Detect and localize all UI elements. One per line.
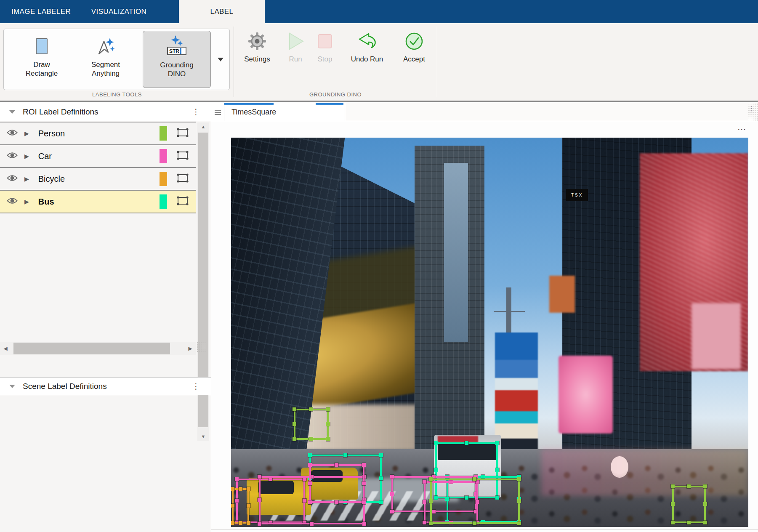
tab-image-labeler[interactable]: IMAGE LABELER — [0, 0, 82, 23]
scrollbar-thumb[interactable] — [13, 343, 170, 354]
color-swatch[interactable] — [160, 126, 167, 141]
roi-label-definitions-header[interactable]: ROI Label Definitions ⋮ — [0, 103, 211, 121]
resize-handle-ne[interactable] — [247, 487, 250, 491]
document-tab-timessquare[interactable]: TimesSquare — [224, 103, 345, 121]
undo-run-button[interactable]: Undo Run — [343, 31, 391, 64]
color-swatch[interactable] — [160, 172, 167, 186]
resize-handle-e[interactable] — [362, 481, 366, 485]
resize-handle-s[interactable] — [335, 500, 338, 504]
scroll-down-icon[interactable]: ▼ — [197, 432, 209, 441]
resize-handle-se[interactable] — [247, 521, 250, 525]
annotation-box-car[interactable] — [309, 464, 365, 503]
resize-handle-ne[interactable] — [326, 407, 330, 411]
annotation-box-person[interactable] — [430, 479, 520, 524]
resize-handle-w[interactable] — [423, 500, 426, 504]
resize-handle-e[interactable] — [247, 504, 250, 508]
resize-handle-n[interactable] — [239, 487, 242, 491]
roi-header-menu-icon[interactable]: ⋮ — [192, 110, 199, 114]
collapse-arrow-icon[interactable] — [9, 385, 15, 388]
resize-handle-n[interactable] — [687, 484, 691, 488]
resize-handle-s[interactable] — [309, 437, 313, 441]
resize-handle-nw[interactable] — [671, 484, 675, 488]
resize-handle-n[interactable] — [465, 441, 468, 445]
resize-handle-s[interactable] — [687, 521, 691, 524]
visibility-eye-icon[interactable] — [7, 152, 18, 161]
resize-handle-s[interactable] — [239, 521, 242, 525]
resize-handle-sw[interactable] — [390, 510, 394, 513]
resize-handle-w[interactable] — [293, 422, 296, 426]
visibility-eye-icon[interactable] — [7, 129, 18, 138]
annotation-box-person[interactable] — [672, 486, 706, 523]
times-square-photo[interactable]: TSX — [231, 138, 748, 527]
visibility-eye-icon[interactable] — [7, 174, 18, 184]
grounding-dino-button[interactable]: STR Grounding DINO — [143, 31, 211, 88]
resize-handle-ne[interactable] — [379, 453, 383, 457]
stop-button[interactable]: Stop — [306, 31, 344, 64]
resize-handle-nw[interactable] — [308, 453, 312, 457]
resize-handle-se[interactable] — [362, 522, 366, 526]
resize-handle-w[interactable] — [308, 481, 312, 485]
color-swatch[interactable] — [160, 194, 167, 209]
visibility-eye-icon[interactable] — [7, 197, 18, 206]
scroll-left-icon[interactable]: ◀ — [0, 342, 11, 355]
resize-handle-se[interactable] — [379, 500, 383, 504]
resize-handle-sw[interactable] — [293, 437, 296, 441]
resize-handle-ne[interactable] — [362, 463, 366, 467]
resize-handle-n[interactable] — [309, 407, 313, 411]
roi-row-bicycle[interactable]: ▶ Bicycle — [0, 168, 196, 191]
annotation-box-bicycle[interactable] — [232, 488, 249, 523]
document-options-icon[interactable]: ⋯ — [737, 124, 747, 134]
document-list-button[interactable] — [211, 103, 224, 121]
resize-handle-sw[interactable] — [308, 500, 312, 504]
resize-handle-se[interactable] — [326, 437, 330, 441]
resize-handle-ne[interactable] — [703, 484, 707, 488]
resize-handle-e[interactable] — [703, 502, 707, 506]
expand-arrow-icon[interactable]: ▶ — [24, 198, 29, 205]
resize-handle-w[interactable] — [390, 492, 394, 496]
resize-handle-sw[interactable] — [231, 521, 234, 525]
resize-handle-n[interactable] — [335, 463, 338, 467]
tab-bar-menu-icon[interactable]: ⋮ — [748, 107, 755, 111]
resize-handle-nw[interactable] — [308, 463, 312, 467]
tab-visualization[interactable]: VISUALIZATION — [82, 0, 156, 23]
resize-handle-sw[interactable] — [258, 522, 261, 526]
resize-handle-w[interactable] — [429, 499, 433, 503]
resize-handle-nw[interactable] — [235, 477, 239, 481]
panel-resize-grip[interactable] — [197, 342, 206, 353]
resize-handle-ne[interactable] — [517, 477, 521, 481]
resize-handle-e[interactable] — [326, 422, 330, 426]
roi-row-bus[interactable]: ▶ Bus — [0, 191, 196, 213]
expand-arrow-icon[interactable]: ▶ — [24, 153, 29, 160]
resize-handle-sw[interactable] — [429, 521, 433, 525]
scene-label-definitions-header[interactable]: Scene Label Definitions ⋮ — [0, 377, 211, 395]
resize-handle-w[interactable] — [258, 498, 261, 502]
resize-handle-e[interactable] — [517, 499, 521, 503]
resize-handle-e[interactable] — [495, 468, 499, 472]
resize-handle-nw[interactable] — [390, 475, 394, 479]
settings-button[interactable]: Settings — [235, 31, 279, 64]
resize-handle-sw[interactable] — [423, 521, 426, 524]
scroll-up-icon[interactable]: ▲ — [197, 122, 209, 131]
tab-label[interactable]: LABEL — [179, 0, 265, 23]
resize-handle-w[interactable] — [434, 468, 438, 472]
scene-header-menu-icon[interactable]: ⋮ — [192, 384, 199, 388]
resize-handle-nw[interactable] — [258, 475, 261, 479]
roi-list-horizontal-scrollbar[interactable]: ◀ ▶ — [0, 342, 196, 355]
resize-handle-w[interactable] — [231, 504, 234, 508]
resize-handle-sw[interactable] — [671, 521, 675, 524]
resize-handle-ne[interactable] — [495, 441, 499, 445]
labeling-tools-expand-button[interactable] — [211, 29, 229, 90]
expand-arrow-icon[interactable]: ▶ — [24, 130, 29, 137]
resize-handle-s[interactable] — [473, 521, 476, 525]
roi-row-person[interactable]: ▶ Person — [0, 122, 196, 145]
resize-handle-se[interactable] — [362, 500, 366, 504]
resize-handle-nw[interactable] — [429, 477, 433, 481]
resize-handle-se[interactable] — [517, 521, 521, 525]
roi-row-car[interactable]: ▶ Car — [0, 145, 196, 168]
draw-rectangle-button[interactable]: Draw Rectangle — [15, 31, 69, 88]
resize-handle-nw[interactable] — [423, 480, 426, 484]
resize-handle-n[interactable] — [481, 475, 485, 479]
resize-handle-w[interactable] — [671, 502, 675, 506]
resize-handle-e[interactable] — [379, 476, 383, 480]
expand-arrow-icon[interactable]: ▶ — [24, 176, 29, 182]
